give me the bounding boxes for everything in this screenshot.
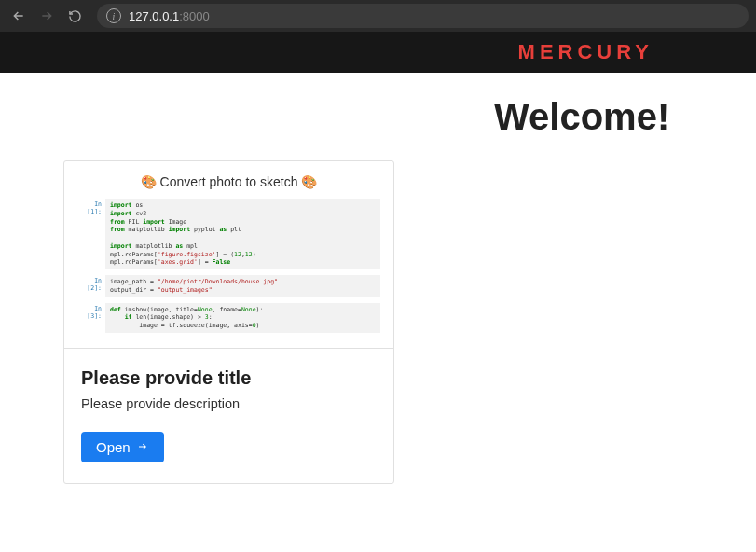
logo: MERCURY xyxy=(518,40,653,64)
card-description: Please provide description xyxy=(81,396,377,411)
open-button[interactable]: Open xyxy=(81,432,164,462)
cell-body: image_path = "/home/piotr/Downloads/hous… xyxy=(105,275,380,297)
cell-body: import os import cv2 from PIL import Ima… xyxy=(105,199,380,269)
code-cell: In [1]: import os import cv2 from PIL im… xyxy=(77,199,380,269)
code-cell: In [2]: image_path = "/home/piotr/Downlo… xyxy=(77,275,380,297)
notebook-title: 🎨 Convert photo to sketch 🎨 xyxy=(77,174,380,189)
notebook-card: 🎨 Convert photo to sketch 🎨 In [1]: impo… xyxy=(63,160,394,484)
site-info-icon[interactable]: i xyxy=(106,8,121,23)
cell-body: def imshow(image, title=None, fname=None… xyxy=(105,303,380,333)
welcome-heading: Welcome! xyxy=(494,96,669,138)
notebook-thumbnail: 🎨 Convert photo to sketch 🎨 In [1]: impo… xyxy=(64,161,393,349)
cell-prompt: In [2]: xyxy=(77,275,105,297)
code-cell: In [3]: def imshow(image, title=None, fn… xyxy=(77,303,380,333)
arrow-right-icon xyxy=(136,439,149,455)
open-button-label: Open xyxy=(96,439,131,455)
address-bar[interactable]: i 127.0.0.1:8000 xyxy=(97,4,749,28)
forward-button[interactable] xyxy=(35,5,58,27)
card-footer: Please provide title Please provide desc… xyxy=(64,349,393,483)
cell-prompt: In [1]: xyxy=(77,199,105,269)
cell-prompt: In [3]: xyxy=(77,303,105,333)
url-text: 127.0.0.1:8000 xyxy=(129,9,210,23)
reload-button[interactable] xyxy=(63,5,86,27)
browser-toolbar: i 127.0.0.1:8000 xyxy=(0,0,756,32)
card-title: Please provide title xyxy=(81,367,377,389)
app-header: MERCURY xyxy=(0,32,756,73)
back-button[interactable] xyxy=(7,5,30,27)
